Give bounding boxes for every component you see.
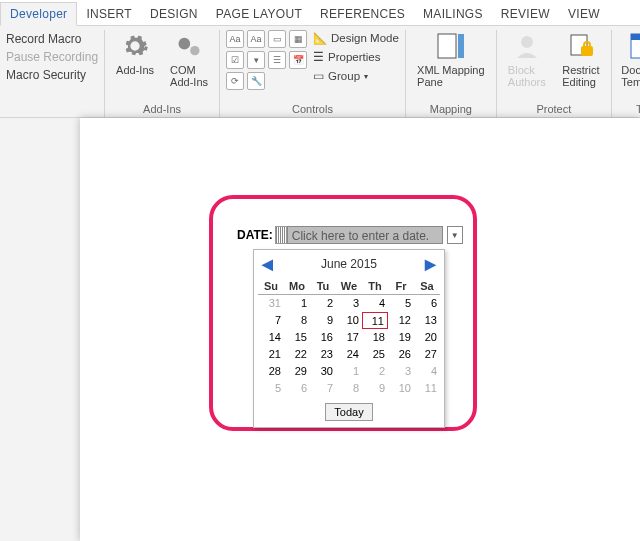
calendar-day[interactable]: 15 (284, 329, 310, 346)
document-template-button[interactable]: Docume Templa (618, 30, 640, 88)
weekday: Th (362, 278, 388, 295)
calendar-day[interactable]: 6 (284, 380, 310, 397)
calendar-day[interactable]: 16 (310, 329, 336, 346)
properties-button[interactable]: ☰Properties (313, 50, 399, 64)
checkbox-control-icon[interactable]: ☑ (226, 51, 244, 69)
date-content-control[interactable]: DATE: Click here to enter a date. ▼ (237, 226, 463, 244)
calendar-day[interactable]: 7 (258, 312, 284, 329)
calendar-day[interactable]: 8 (336, 380, 362, 397)
xml-mapping-button[interactable]: XML Mapping Pane (412, 30, 490, 88)
calendar-day[interactable]: 14 (258, 329, 284, 346)
calendar-day[interactable]: 6 (414, 295, 440, 312)
group-label-controls: Controls (226, 101, 399, 115)
calendar-day[interactable]: 10 (388, 380, 414, 397)
calendar-day[interactable]: 8 (284, 312, 310, 329)
group-button[interactable]: ▭Group▾ (313, 69, 399, 83)
ribbon: Record Macro Pause Recording Macro Secur… (0, 26, 640, 118)
control-handle-icon[interactable] (275, 226, 287, 244)
calendar-day[interactable]: 25 (362, 346, 388, 363)
calendar-day[interactable]: 30 (310, 363, 336, 380)
calendar-day[interactable]: 9 (310, 312, 336, 329)
calendar-day[interactable]: 11 (362, 312, 388, 329)
document-icon (626, 30, 640, 62)
calendar-day[interactable]: 21 (258, 346, 284, 363)
group-protect: Block Authors Restrict Editing Protect (497, 30, 612, 117)
macro-security-button[interactable]: Macro Security (6, 68, 98, 82)
tab-design[interactable]: DESIGN (141, 3, 207, 25)
svg-point-4 (521, 36, 533, 48)
picture-control-icon[interactable]: ▭ (268, 30, 286, 48)
calendar-day[interactable]: 31 (258, 295, 284, 312)
tab-mailings[interactable]: MAILINGS (414, 3, 492, 25)
svg-rect-2 (438, 34, 456, 58)
date-placeholder[interactable]: Click here to enter a date. (287, 226, 443, 244)
pause-recording-button: Pause Recording (6, 50, 98, 64)
calendar-day[interactable]: 28 (258, 363, 284, 380)
calendar-day[interactable]: 2 (310, 295, 336, 312)
calendar-day[interactable]: 3 (388, 363, 414, 380)
calendar-day[interactable]: 12 (388, 312, 414, 329)
dropdown-control-icon[interactable]: ☰ (268, 51, 286, 69)
calendar-day[interactable]: 11 (414, 380, 440, 397)
today-button[interactable]: Today (325, 403, 372, 421)
calendar-day[interactable]: 18 (362, 329, 388, 346)
calendar-day[interactable]: 4 (414, 363, 440, 380)
calendar-day[interactable]: 23 (310, 346, 336, 363)
calendar-day[interactable]: 27 (414, 346, 440, 363)
calendar-day[interactable]: 2 (362, 363, 388, 380)
weekday-header: SuMoTuWeThFrSa (258, 278, 440, 295)
gear-icon (119, 30, 151, 62)
calendar-day[interactable]: 22 (284, 346, 310, 363)
calendar-day[interactable]: 1 (284, 295, 310, 312)
chevron-down-icon: ▼ (451, 231, 459, 240)
calendar-day[interactable]: 26 (388, 346, 414, 363)
prev-month-button[interactable]: ◀ (262, 256, 273, 272)
date-dropdown-button[interactable]: ▼ (447, 226, 463, 244)
design-mode-button[interactable]: 📐Design Mode (313, 31, 399, 45)
calendar-day[interactable]: 13 (414, 312, 440, 329)
group-label-templates: Te (618, 101, 640, 115)
tab-page-layout[interactable]: PAGE LAYOUT (207, 3, 311, 25)
calendar-day[interactable]: 17 (336, 329, 362, 346)
block-authors-button[interactable]: Block Authors (503, 30, 551, 88)
addins-button[interactable]: Add-Ins (111, 30, 159, 76)
group-mapping: XML Mapping Pane Mapping (406, 30, 497, 117)
svg-rect-9 (631, 34, 640, 40)
calendar-day[interactable]: 5 (388, 295, 414, 312)
building-block-control-icon[interactable]: ▦ (289, 30, 307, 48)
tab-references[interactable]: REFERENCES (311, 3, 414, 25)
combobox-control-icon[interactable]: ▾ (247, 51, 265, 69)
rich-text-control-icon[interactable]: Aa (226, 30, 244, 48)
user-block-icon (511, 30, 543, 62)
tab-review[interactable]: REVIEW (492, 3, 559, 25)
calendar-day[interactable]: 9 (362, 380, 388, 397)
calendar-day[interactable]: 4 (362, 295, 388, 312)
tab-developer[interactable]: Developer (0, 2, 77, 26)
repeating-control-icon[interactable]: ⟳ (226, 72, 244, 90)
calendar-day[interactable]: 19 (388, 329, 414, 346)
calendar-popup: ◀ June 2015 ▶ SuMoTuWeThFrSa 31123456789… (253, 249, 445, 428)
svg-point-1 (190, 46, 199, 55)
group-controls: Aa Aa ▭ ▦ ☑ ▾ ☰ 📅 ⟳ 🔧 📐Design Mode (220, 30, 406, 117)
calendar-day[interactable]: 29 (284, 363, 310, 380)
restrict-editing-button[interactable]: Restrict Editing (557, 30, 605, 88)
datepicker-control-icon[interactable]: 📅 (289, 51, 307, 69)
plain-text-control-icon[interactable]: Aa (247, 30, 265, 48)
calendar-day[interactable]: 3 (336, 295, 362, 312)
tab-insert[interactable]: INSERT (77, 3, 141, 25)
record-macro-button[interactable]: Record Macro (6, 32, 98, 46)
tab-view[interactable]: VIEW (559, 3, 609, 25)
legacy-tools-icon[interactable]: 🔧 (247, 72, 265, 90)
weekday: Tu (310, 278, 336, 295)
next-month-button[interactable]: ▶ (425, 256, 436, 272)
calendar-day[interactable]: 10 (336, 312, 362, 329)
calendar-day[interactable]: 5 (258, 380, 284, 397)
svg-rect-3 (458, 34, 464, 58)
calendar-day[interactable]: 20 (414, 329, 440, 346)
group-label-mapping: Mapping (412, 101, 490, 115)
com-addins-button[interactable]: COM Add-Ins (165, 30, 213, 88)
calendar-day[interactable]: 7 (310, 380, 336, 397)
month-label[interactable]: June 2015 (321, 257, 377, 271)
calendar-day[interactable]: 24 (336, 346, 362, 363)
calendar-day[interactable]: 1 (336, 363, 362, 380)
